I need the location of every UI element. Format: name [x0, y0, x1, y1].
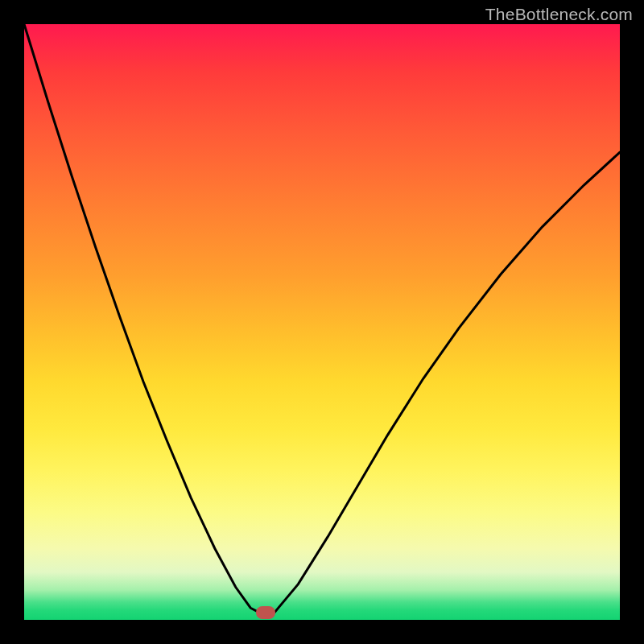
bottleneck-curve — [24, 24, 620, 613]
watermark-text: TheBottleneck.com — [485, 5, 633, 24]
plot-area — [24, 24, 620, 620]
min-marker — [256, 606, 275, 619]
chart-stage: TheBottleneck.com — [0, 0, 644, 644]
curve-svg — [24, 24, 620, 620]
